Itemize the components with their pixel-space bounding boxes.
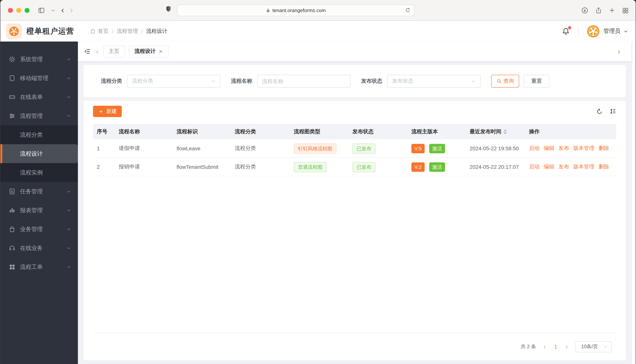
traffic-lights — [8, 8, 30, 13]
menu-fold-icon[interactable] — [84, 48, 91, 55]
sidebar-item-flow-workorder[interactable]: 流程工单 — [1, 258, 78, 276]
chevron-down-icon — [67, 208, 71, 212]
page-tabbar: ‹ 主页 流程设计 ✕ › — [78, 42, 631, 61]
tab-flow-design[interactable]: 流程设计 ✕ — [129, 46, 168, 57]
maximize-window-button[interactable] — [25, 8, 30, 13]
tab-overview-icon[interactable] — [622, 7, 629, 14]
graph-type-tag: 钉钉风格流程图 — [294, 143, 337, 154]
sidebar-item-flow-design[interactable]: 流程设计 — [1, 144, 78, 163]
sort-carets-icon[interactable] — [503, 129, 507, 134]
version-manage-link[interactable]: 版本管理 — [573, 164, 594, 170]
col-flow-key: 流程标识 — [173, 128, 231, 135]
query-button[interactable]: 查询 — [491, 74, 519, 88]
sidebar-item-report-management[interactable]: 报表管理 — [1, 201, 78, 220]
edit-link[interactable]: 编辑 — [544, 164, 554, 170]
start-link[interactable]: 启动 — [529, 164, 540, 170]
filter-name-label: 流程名称 — [231, 78, 252, 84]
col-published-at[interactable]: 最近发布时间 — [466, 128, 525, 135]
row-density-icon[interactable] — [609, 108, 616, 115]
address-bar[interactable]: tenant.orangeforms.com — [177, 4, 414, 16]
tabs-scroll-right-icon[interactable]: › — [618, 48, 620, 55]
sidebar-item-task-management[interactable]: 任务管理 — [1, 182, 78, 201]
sidebar-item-online-business[interactable]: 在线业务 — [1, 239, 78, 258]
publish-status-tag: 已发布 — [352, 143, 375, 154]
sidebar-item-mobile-management[interactable]: 移动端管理 — [1, 69, 78, 88]
chevron-down-icon — [67, 95, 71, 99]
flow-management-submenu: 流程分类 流程设计 流程实例 — [1, 125, 78, 182]
sidebar-item-business-management[interactable]: 业务管理 — [1, 220, 78, 239]
create-button[interactable]: ＋ 新建 — [93, 106, 122, 117]
edit-link[interactable]: 编辑 — [544, 145, 554, 152]
browser-chrome: ‹ › tenant.orangeforms.com — [1, 0, 635, 21]
sidebar-item-flow-instance[interactable]: 流程实例 — [1, 163, 78, 182]
forward-button[interactable]: › — [70, 6, 73, 14]
back-button[interactable]: ‹ — [61, 6, 64, 14]
breadcrumb-home[interactable]: 首页 — [90, 28, 109, 34]
refresh-icon[interactable] — [596, 108, 603, 114]
downloads-icon[interactable] — [581, 7, 588, 14]
table-row: 2 报销申请 flowTenantSubmit 流程分类 普通流程图 已发布 V… — [93, 158, 616, 176]
app-logo — [6, 23, 22, 39]
page-scrollbar[interactable] — [631, 42, 635, 364]
headset-icon — [9, 245, 16, 252]
sidebar-item-system-management[interactable]: 系统管理 — [1, 50, 78, 69]
tab-home[interactable]: 主页 — [103, 46, 125, 57]
tabs-scroll-left-icon[interactable]: ‹ — [96, 48, 99, 55]
sidebar-item-online-forms[interactable]: 在线表单 — [1, 88, 78, 106]
minimize-window-button[interactable] — [16, 8, 21, 13]
publish-link[interactable]: 发布 — [558, 164, 569, 170]
breadcrumb: 首页 / 流程管理 / 流程设计 — [90, 28, 167, 34]
close-window-button[interactable] — [8, 8, 13, 13]
page-size-select[interactable]: 10条/页 — [575, 341, 612, 352]
filter-status-label: 发布状态 — [361, 78, 382, 84]
col-actions: 操作 — [525, 128, 616, 135]
flow-table: 序号 流程名称 流程标识 流程分类 流程图类型 发布状态 流程主版本 最近发布时… — [93, 124, 616, 333]
browser-sidebar-toggle-icon[interactable] — [38, 6, 45, 14]
share-icon[interactable] — [595, 7, 602, 14]
filter-name-input-wrap — [257, 74, 350, 88]
reset-button[interactable]: 重置 — [524, 74, 549, 88]
filter-status-select[interactable]: 发布状态 — [387, 74, 481, 88]
tasks-icon — [9, 188, 16, 195]
filter-category-select[interactable]: 流程分类 — [127, 74, 221, 88]
breadcrumb-current: 流程设计 — [146, 28, 167, 34]
search-icon — [496, 78, 502, 84]
notification-badge — [568, 26, 571, 29]
prev-page-icon[interactable]: ‹ — [544, 343, 546, 350]
delete-link[interactable]: 删除 — [598, 145, 609, 152]
next-page-icon[interactable]: › — [565, 343, 568, 350]
publish-status-tag: 已发布 — [352, 162, 375, 172]
pagination: 共 2 条 ‹ 1 › 10条/页 — [93, 333, 616, 360]
user-avatar[interactable] — [587, 25, 600, 38]
col-main-version: 流程主版本 — [408, 128, 466, 135]
privacy-shield-icon[interactable] — [166, 6, 171, 12]
publish-link[interactable]: 发布 — [558, 145, 569, 152]
app-header: 橙单租户运营 首页 / 流程管理 / 流程设计 — [1, 21, 635, 42]
page-number[interactable]: 1 — [554, 344, 558, 350]
grid-icon — [9, 264, 16, 270]
graph-type-tag: 普通流程图 — [294, 162, 327, 172]
user-name[interactable]: 管理员 — [603, 28, 620, 35]
cell-category: 流程分类 — [231, 164, 290, 170]
sidebar-dropdown-chevron-icon[interactable] — [51, 8, 55, 12]
plus-icon: ＋ — [98, 108, 104, 114]
table-toolbar: ＋ 新建 — [93, 106, 616, 117]
version-manage-link[interactable]: 版本管理 — [573, 145, 594, 152]
user-menu-chevron-icon[interactable] — [623, 29, 628, 34]
active-tag: 激活 — [429, 162, 445, 172]
mobile-icon — [9, 75, 16, 82]
app-title: 橙单租户运营 — [27, 26, 74, 36]
close-tab-icon[interactable]: ✕ — [159, 48, 163, 54]
cell-flow-name: 报销申请 — [115, 164, 173, 170]
table-header-row: 序号 流程名称 流程标识 流程分类 流程图类型 发布状态 流程主版本 最近发布时… — [93, 124, 616, 139]
new-tab-icon[interactable] — [609, 7, 615, 14]
sidebar-item-flow-management[interactable]: 流程管理 — [1, 106, 78, 125]
breadcrumb-flow-management[interactable]: 流程管理 — [117, 28, 138, 34]
reload-icon[interactable] — [405, 7, 411, 13]
notification-bell-icon[interactable] — [562, 27, 570, 35]
filter-name-input[interactable] — [262, 78, 346, 84]
sidebar: 系统管理 移动端管理 在线表单 — [1, 42, 78, 364]
sidebar-item-flow-category[interactable]: 流程分类 — [1, 125, 78, 144]
start-link[interactable]: 启动 — [529, 145, 540, 152]
delete-link[interactable]: 删除 — [598, 164, 609, 170]
